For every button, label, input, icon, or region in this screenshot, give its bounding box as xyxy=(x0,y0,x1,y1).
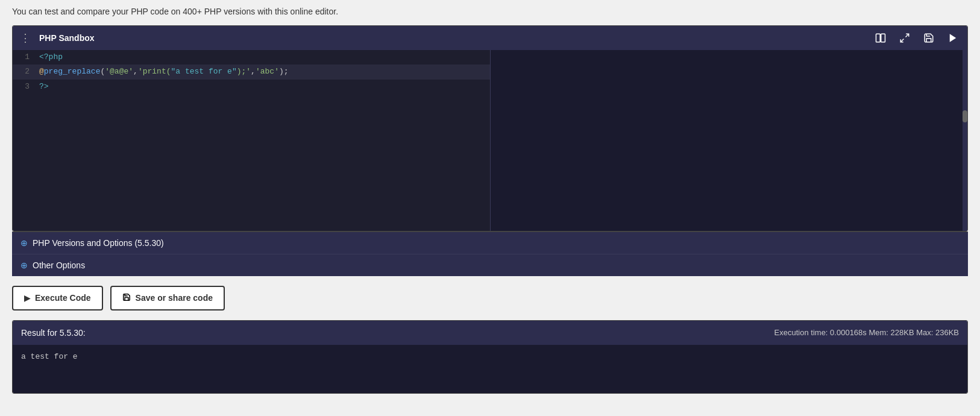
intro-text: You can test and compare your PHP code o… xyxy=(12,6,968,18)
line-content-3: ?> xyxy=(34,80,54,95)
execute-icon: ▶ xyxy=(24,294,30,303)
editor-title: PHP Sandbox xyxy=(39,33,873,43)
code-line-2: 2 @preg_replace('@a@e','print("a test fo… xyxy=(13,65,490,80)
code-lines: 1 <?php 2 @preg_replace('@a@e','print("a… xyxy=(13,50,490,95)
editor-container: ⋮ PHP Sandbox xyxy=(12,25,968,232)
save-label: Save or share code xyxy=(136,293,213,303)
execute-code-button[interactable]: ▶ Execute Code xyxy=(12,286,103,310)
editor-body: 1 <?php 2 @preg_replace('@a@e','print("a… xyxy=(13,50,967,231)
result-meta: Execution time: 0.000168s Mem: 228KB Max… xyxy=(774,328,959,337)
php-versions-options[interactable]: ⊕ PHP Versions and Options (5.5.30) xyxy=(12,232,968,254)
result-output: a test for e xyxy=(21,352,78,361)
expand-button[interactable] xyxy=(897,31,912,45)
line-number-1: 1 xyxy=(13,50,34,65)
line-content-1: <?php xyxy=(34,50,68,65)
scrollbar-thumb xyxy=(963,110,967,122)
svg-rect-1 xyxy=(881,34,885,42)
menu-dots-icon[interactable]: ⋮ xyxy=(20,31,32,45)
save-share-icon xyxy=(122,293,131,303)
code-area[interactable]: 1 <?php 2 @preg_replace('@a@e','print("a… xyxy=(13,50,491,231)
other-options[interactable]: ⊕ Other Options xyxy=(12,254,968,276)
result-body: a test for e xyxy=(13,345,967,393)
run-icon-button[interactable] xyxy=(946,31,960,45)
output-area xyxy=(491,50,968,231)
php-versions-label: PHP Versions and Options (5.5.30) xyxy=(33,238,164,248)
split-view-button[interactable] xyxy=(873,31,888,45)
line-number-2: 2 xyxy=(13,65,34,80)
svg-line-3 xyxy=(900,39,903,42)
line-content-2: @preg_replace('@a@e','print("a test for … xyxy=(34,65,294,80)
execute-label: Execute Code xyxy=(35,293,91,303)
svg-rect-0 xyxy=(876,34,881,42)
editor-titlebar: ⋮ PHP Sandbox xyxy=(13,26,967,50)
line-number-3: 3 xyxy=(13,80,34,95)
save-icon-button[interactable] xyxy=(922,31,936,45)
save-share-button[interactable]: Save or share code xyxy=(110,286,225,310)
other-options-icon: ⊕ xyxy=(20,260,28,270)
result-container: Result for 5.5.30: Execution time: 0.000… xyxy=(12,320,968,394)
svg-line-2 xyxy=(906,34,909,37)
code-line-1: 1 <?php xyxy=(13,50,490,65)
action-buttons: ▶ Execute Code Save or share code xyxy=(12,286,968,310)
scrollbar[interactable] xyxy=(963,50,967,231)
svg-marker-4 xyxy=(950,34,956,42)
titlebar-actions xyxy=(873,31,960,45)
other-options-label: Other Options xyxy=(33,260,85,270)
code-line-3: 3 ?> xyxy=(13,80,490,95)
result-titlebar: Result for 5.5.30: Execution time: 0.000… xyxy=(13,321,967,345)
php-versions-icon: ⊕ xyxy=(20,238,28,248)
result-title: Result for 5.5.30: xyxy=(21,328,86,338)
